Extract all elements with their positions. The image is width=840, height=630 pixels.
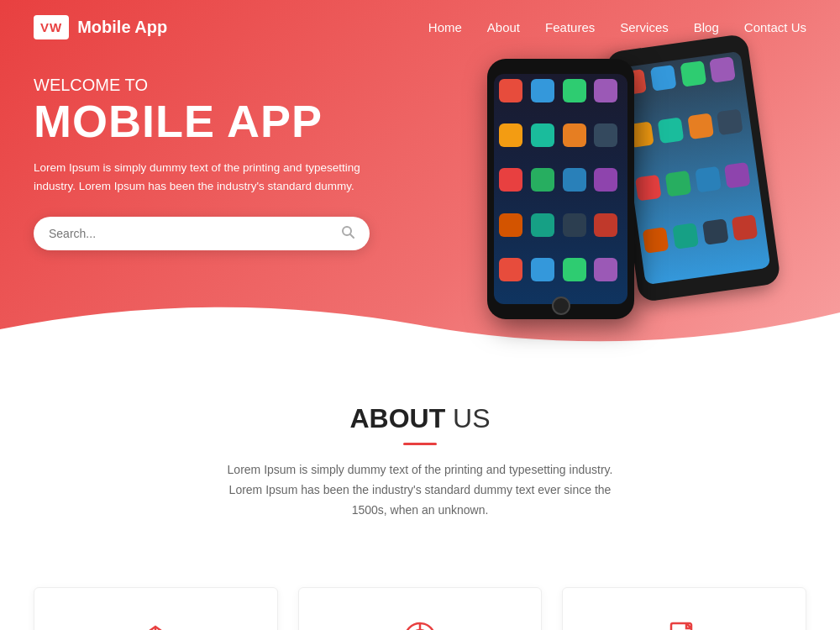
building-icon bbox=[135, 618, 176, 630]
nav-contact[interactable]: Contact Us bbox=[744, 20, 806, 34]
feature-card-support: FULLY SUPPORT Lorem Ipsum is simply dumm… bbox=[298, 587, 543, 630]
logo-box: VW bbox=[34, 15, 69, 39]
nav-about[interactable]: About bbox=[487, 20, 520, 34]
phone-front-screen bbox=[494, 74, 627, 304]
hero-title: MOBILE APP bbox=[34, 98, 454, 144]
hero-description: Lorem Ipsum is simply dummy text of the … bbox=[34, 159, 370, 195]
nav-features[interactable]: Features bbox=[545, 20, 595, 34]
phone-home-button bbox=[552, 297, 570, 315]
search-input[interactable] bbox=[49, 227, 341, 240]
lifebuoy-icon bbox=[400, 618, 440, 630]
hero-subtitle: WELCOME TO bbox=[34, 76, 454, 95]
hero-content: WELCOME TO MOBILE APP Lorem Ipsum is sim… bbox=[34, 76, 454, 250]
about-title-normal: US bbox=[445, 403, 490, 433]
search-icon bbox=[341, 225, 354, 239]
navigation: VW Mobile App Home About Features Servic… bbox=[0, 0, 840, 55]
logo-area: VW Mobile App bbox=[34, 15, 167, 39]
feature-card-affordable: SUPER AFFORDABLE Lorem Ipsum is simply d… bbox=[34, 587, 278, 630]
about-section: ABOUT US Lorem Ipsum is simply dummy tex… bbox=[0, 361, 840, 587]
svg-line-1 bbox=[350, 234, 354, 238]
search-button[interactable] bbox=[341, 225, 354, 242]
about-title-bold: ABOUT bbox=[349, 403, 445, 433]
about-title: ABOUT US bbox=[34, 403, 806, 434]
shield-doc-icon bbox=[664, 618, 705, 630]
hero-image: VW bbox=[470, 17, 790, 361]
phone-front bbox=[487, 59, 634, 319]
nav-blog[interactable]: Blog bbox=[694, 20, 719, 34]
brand-name: Mobile App bbox=[77, 18, 167, 37]
about-divider bbox=[403, 443, 437, 445]
nav-home[interactable]: Home bbox=[428, 20, 462, 34]
nav-services[interactable]: Services bbox=[620, 20, 669, 34]
about-description: Lorem Ipsum is simply dummy text of the … bbox=[218, 460, 622, 520]
nav-links: Home About Features Services Blog Contac… bbox=[428, 20, 806, 35]
feature-card-security: CONCRETE SECURITY Lorem Ipsum is simply … bbox=[562, 587, 806, 630]
features-grid: SUPER AFFORDABLE Lorem Ipsum is simply d… bbox=[0, 587, 840, 630]
phone-back-screen bbox=[616, 51, 771, 285]
search-bar bbox=[34, 217, 370, 250]
